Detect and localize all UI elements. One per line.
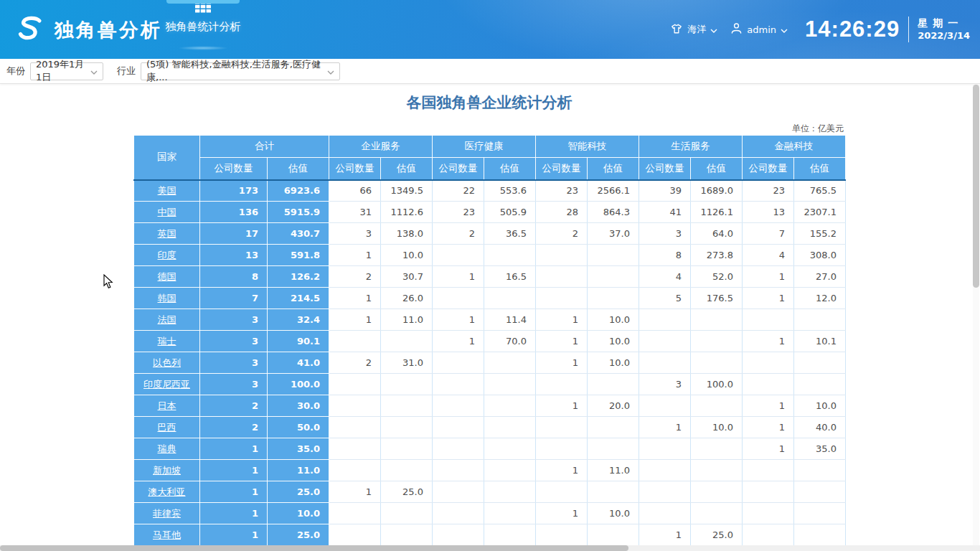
value-cell: [381, 417, 433, 438]
country-cell: 瑞士: [134, 331, 200, 352]
value-cell: [743, 503, 794, 524]
value-cell: 1126.1: [691, 202, 743, 223]
country-link[interactable]: 瑞士: [158, 336, 176, 347]
col-subheader-value: 估值: [588, 158, 639, 180]
value-cell: 136: [200, 202, 268, 223]
value-cell: 1: [433, 266, 484, 288]
value-cell: [484, 288, 536, 309]
value-cell: [433, 438, 484, 460]
user-menu[interactable]: admin: [730, 22, 788, 37]
value-cell: 22: [433, 180, 484, 202]
value-cell: 10.1: [794, 331, 846, 352]
value-cell: 31.0: [381, 352, 433, 374]
user-icon: [730, 22, 743, 37]
value-cell: [329, 460, 381, 481]
value-cell: 765.5: [794, 180, 846, 202]
value-cell: [329, 331, 381, 352]
value-cell: [691, 460, 743, 481]
value-cell: 1: [433, 331, 484, 352]
country-link[interactable]: 日本: [158, 400, 176, 411]
country-link[interactable]: 英国: [158, 228, 176, 239]
col-subheader-count: 公司数量: [329, 158, 381, 180]
value-cell: 1112.6: [381, 202, 433, 223]
value-cell: 591.8: [268, 245, 329, 266]
value-cell: 10.0: [588, 331, 639, 352]
country-link[interactable]: 印度尼西亚: [143, 379, 190, 390]
country-cell: 中国: [134, 202, 200, 223]
country-link[interactable]: 新加坡: [153, 465, 181, 476]
app-logo[interactable]: 独角兽分析: [16, 14, 162, 46]
value-cell: [536, 266, 588, 288]
col-header-country: 国家: [134, 136, 200, 180]
value-cell: 1: [329, 309, 381, 331]
tab-unicorn-stats[interactable]: 独角兽统计分析: [162, 0, 244, 59]
value-cell: 11.0: [588, 460, 639, 481]
value-cell: [743, 352, 794, 374]
table-row: 美国1736923.6661349.522553.6232566.1391689…: [134, 180, 846, 202]
col-group-header: 金融科技: [743, 136, 846, 158]
value-cell: 2566.1: [588, 180, 639, 202]
value-cell: [484, 395, 536, 417]
col-subheader-value: 估值: [268, 158, 329, 180]
country-cell: 巴西: [134, 417, 200, 438]
industry-filter-label: 行业: [117, 65, 136, 77]
value-cell: 6923.6: [268, 180, 329, 202]
value-cell: [639, 481, 691, 503]
value-cell: [433, 352, 484, 374]
country-link[interactable]: 印度: [158, 250, 176, 260]
value-cell: [588, 524, 639, 546]
value-cell: [329, 374, 381, 395]
value-cell: 176.5: [691, 288, 743, 309]
country-link[interactable]: 以色列: [153, 357, 181, 368]
country-link[interactable]: 巴西: [158, 422, 176, 433]
country-link[interactable]: 菲律宾: [153, 508, 181, 519]
theme-menu[interactable]: 海洋: [670, 23, 717, 37]
value-cell: [329, 524, 381, 546]
app-header: 独角兽分析 独角兽统计分析 海洋: [0, 0, 980, 59]
table-row: 瑞典135.0135.0: [134, 438, 846, 460]
value-cell: 308.0: [794, 245, 846, 266]
value-cell: [794, 460, 846, 481]
value-cell: 4: [743, 245, 794, 266]
country-link[interactable]: 中国: [158, 207, 176, 217]
value-cell: [329, 395, 381, 417]
country-link[interactable]: 法国: [158, 314, 176, 325]
value-cell: [433, 395, 484, 417]
country-link[interactable]: 瑞典: [158, 443, 176, 454]
value-cell: 17: [200, 223, 268, 245]
country-cell: 德国: [134, 266, 200, 288]
value-cell: [691, 309, 743, 331]
value-cell: 37.0: [588, 223, 639, 245]
country-link[interactable]: 德国: [158, 271, 176, 282]
value-cell: 8: [639, 245, 691, 266]
value-cell: [433, 288, 484, 309]
value-cell: 25.0: [691, 524, 743, 546]
year-select[interactable]: 2019年1月1日: [30, 62, 103, 80]
value-cell: 2: [433, 223, 484, 245]
country-link[interactable]: 马耳他: [153, 529, 181, 540]
report-title: 各国独角兽企业统计分析: [133, 93, 845, 112]
value-cell: 1: [639, 524, 691, 546]
value-cell: [381, 374, 433, 395]
value-cell: [588, 266, 639, 288]
country-link[interactable]: 澳大利亚: [149, 486, 186, 497]
value-cell: 64.0: [691, 223, 743, 245]
horizontal-scrollbar[interactable]: [0, 545, 980, 551]
value-cell: 2: [200, 395, 268, 417]
value-cell: 66: [329, 180, 381, 202]
value-cell: [329, 417, 381, 438]
industry-select[interactable]: (5项) 智能科技,金融科技,生活服务,医疗健康,...: [141, 62, 340, 80]
value-cell: 3: [639, 374, 691, 395]
value-cell: [536, 524, 588, 546]
value-cell: 1: [200, 438, 268, 460]
country-link[interactable]: 美国: [158, 185, 176, 196]
table-row: 韩国7214.5126.05176.5112.0: [134, 288, 846, 309]
country-cell: 韩国: [134, 288, 200, 309]
vertical-scrollbar[interactable]: [973, 85, 979, 545]
vertical-scrollbar-thumb[interactable]: [973, 85, 979, 288]
horizontal-scrollbar-thumb[interactable]: [0, 545, 628, 551]
value-cell: 8: [200, 266, 268, 288]
tshirt-icon: [670, 23, 683, 37]
value-cell: [588, 374, 639, 395]
country-link[interactable]: 韩国: [158, 293, 176, 303]
